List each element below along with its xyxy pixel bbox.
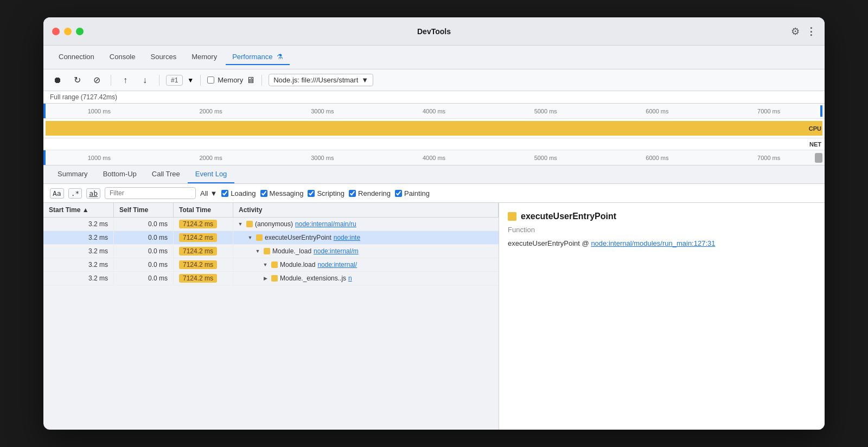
- activity-link-1[interactable]: node:inte: [334, 234, 360, 241]
- ruler-label-2: 2000 ms: [155, 108, 267, 114]
- target-dropdown-icon: ▼: [361, 76, 368, 84]
- toolbar-separator-4: [261, 75, 262, 86]
- target-selector[interactable]: Node.js: file:///Users/stmart ▼: [269, 74, 373, 86]
- th-total-time[interactable]: Total Time: [174, 203, 233, 217]
- td-total-2: 7124.2 ms: [174, 245, 233, 258]
- nav-console[interactable]: Console: [103, 49, 142, 65]
- ruler-label-4: 4000 ms: [378, 108, 490, 114]
- nav-performance[interactable]: Performance ⚗: [226, 49, 290, 65]
- table-row[interactable]: 3.2 ms 0.0 ms 7124.2 ms ▼ executeUserEnt…: [43, 231, 499, 245]
- ruler-label-5: 5000 ms: [490, 108, 602, 114]
- expand-btn-4[interactable]: ▶: [261, 274, 269, 282]
- nav-sources[interactable]: Sources: [144, 49, 183, 65]
- table-row[interactable]: 3.2 ms 0.0 ms 7124.2 ms ▼ Module._load n…: [43, 245, 499, 258]
- th-self-time[interactable]: Self Time: [114, 203, 174, 217]
- table-row[interactable]: 3.2 ms 0.0 ms 7124.2 ms ▼ (anonymous) no…: [43, 218, 499, 231]
- detail-body: executeUserEntryPoint @ node:internal/mo…: [508, 239, 816, 247]
- scripting-checkbox[interactable]: [308, 190, 315, 197]
- rendering-checkbox[interactable]: [349, 190, 356, 197]
- tag-dropdown-icon[interactable]: ▼: [187, 76, 194, 84]
- expand-btn-3[interactable]: ▼: [261, 261, 269, 269]
- loading-checkbox[interactable]: [221, 190, 228, 197]
- timeline-scrollbar-thumb[interactable]: [815, 153, 822, 163]
- expand-btn-1[interactable]: ▼: [246, 234, 254, 241]
- more-options-icon[interactable]: ⋮: [806, 25, 816, 37]
- target-label: Node.js: file:///Users/stmart: [273, 76, 358, 84]
- ruler-b-label-5: 5000 ms: [490, 155, 602, 161]
- tab-summary[interactable]: Summary: [50, 165, 95, 183]
- detail-title-text: executeUserEntryPoint: [521, 212, 616, 221]
- expand-btn-0[interactable]: ▼: [237, 220, 244, 228]
- navbar: Connection Console Sources Memory Perfor…: [43, 46, 825, 69]
- activity-text-0: (anonymous): [255, 220, 293, 228]
- td-start-0: 3.2 ms: [43, 218, 114, 231]
- expand-btn-2[interactable]: ▼: [254, 247, 261, 255]
- timeline-end-handle[interactable]: [820, 105, 822, 117]
- close-button[interactable]: [52, 28, 60, 35]
- toolbar-separator-2: [159, 75, 159, 86]
- filter-messaging: Messaging: [260, 189, 304, 197]
- titlebar: DevTools ⚙ ⋮: [43, 17, 825, 46]
- th-activity[interactable]: Activity: [233, 203, 499, 217]
- filter-case-btn[interactable]: ab: [86, 188, 100, 199]
- cpu-bar-container: CPU: [43, 119, 825, 138]
- toolbar: ⏺ ↻ ⊘ ↑ ↓ #1 ▼ Memory 🖥 Node.js: file://…: [43, 69, 825, 91]
- tab-call-tree[interactable]: Call Tree: [144, 165, 188, 183]
- filter-regex-btn[interactable]: .*: [68, 188, 82, 199]
- detail-title: executeUserEntryPoint: [508, 212, 816, 221]
- activity-link-3[interactable]: node:internal/: [317, 261, 357, 269]
- messaging-checkbox[interactable]: [260, 190, 267, 197]
- activity-link-2[interactable]: node:internal/m: [314, 247, 359, 255]
- td-activity-4: ▶ Module._extensions..js n: [233, 272, 499, 285]
- ruler-b-label-4: 4000 ms: [378, 155, 490, 161]
- nav-connection[interactable]: Connection: [52, 49, 101, 65]
- reload-button[interactable]: ↻: [69, 73, 85, 88]
- td-start-2: 3.2 ms: [43, 245, 114, 258]
- td-self-2: 0.0 ms: [114, 245, 174, 258]
- maximize-button[interactable]: [76, 28, 84, 35]
- download-button[interactable]: ↓: [137, 73, 152, 88]
- filter-scripting: Scripting: [308, 189, 344, 197]
- tab-event-log[interactable]: Event Log: [188, 165, 235, 183]
- nav-memory[interactable]: Memory: [185, 49, 224, 65]
- th-start-time[interactable]: Start Time ▲: [43, 203, 114, 217]
- detail-description: executeUserEntryPoint @: [508, 239, 589, 247]
- td-activity-1: ▼ executeUserEntryPoint node:inte: [233, 231, 499, 244]
- filter-text-btn[interactable]: Aa: [50, 188, 64, 199]
- upload-button[interactable]: ↑: [118, 73, 133, 88]
- timeline-ruler-top: 1000 ms 2000 ms 3000 ms 4000 ms 5000 ms …: [43, 104, 825, 119]
- record-button[interactable]: ⏺: [50, 73, 65, 88]
- td-total-0: 7124.2 ms: [174, 218, 233, 231]
- devtools-window: DevTools ⚙ ⋮ Connection Console Sources …: [43, 17, 825, 430]
- profile-tag: #1: [166, 75, 183, 86]
- table-section: Start Time ▲ Self Time Total Time Activi…: [43, 203, 499, 430]
- td-self-4: 0.0 ms: [114, 272, 174, 285]
- minimize-button[interactable]: [64, 28, 72, 35]
- cpu-label: CPU: [809, 125, 821, 132]
- td-total-3: 7124.2 ms: [174, 258, 233, 271]
- memory-checkbox[interactable]: [207, 76, 214, 84]
- ruler-b-label-3: 3000 ms: [266, 155, 378, 161]
- activity-link-0[interactable]: node:internal/main/ru: [295, 220, 356, 228]
- tabs-bar: Summary Bottom-Up Call Tree Event Log: [43, 165, 825, 184]
- td-total-1: 7124.2 ms: [174, 231, 233, 244]
- clear-button[interactable]: ⊘: [89, 73, 104, 88]
- filter-all-dropdown[interactable]: All ▼: [200, 189, 217, 197]
- detail-link[interactable]: node:internal/modules/run_main:127:31: [591, 239, 715, 247]
- detail-type: Function: [508, 226, 816, 234]
- table-row[interactable]: 3.2 ms 0.0 ms 7124.2 ms ▼ Module.load no…: [43, 258, 499, 272]
- painting-checkbox[interactable]: [395, 190, 402, 197]
- timeline-bottom-handle[interactable]: [43, 150, 46, 165]
- ruler-label-3: 3000 ms: [266, 108, 378, 114]
- activity-link-4[interactable]: n: [348, 274, 352, 282]
- painting-label: Painting: [404, 189, 430, 197]
- filter-input[interactable]: [105, 187, 196, 199]
- td-self-3: 0.0 ms: [114, 258, 174, 271]
- settings-icon[interactable]: ⚙: [791, 25, 800, 37]
- toolbar-separator-3: [200, 75, 201, 86]
- tab-bottom-up[interactable]: Bottom-Up: [95, 165, 144, 183]
- table-row[interactable]: 3.2 ms 0.0 ms 7124.2 ms ▶ Module._extens…: [43, 272, 499, 285]
- table-header: Start Time ▲ Self Time Total Time Activi…: [43, 203, 499, 218]
- activity-text-3: Module.load: [280, 261, 315, 269]
- activity-text-4: Module._extensions..js: [280, 274, 346, 282]
